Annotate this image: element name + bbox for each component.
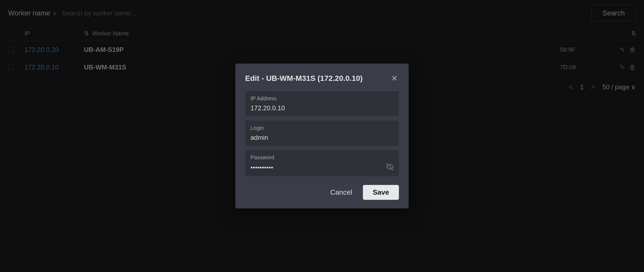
edit-modal: Edit - UB-WM-M31S (172.20.0.10) ✕ IP Add…	[235, 64, 409, 208]
cancel-button[interactable]: Cancel	[325, 185, 357, 200]
login-label: Login	[251, 125, 393, 131]
password-input[interactable]	[251, 164, 383, 171]
login-field: Login	[245, 121, 399, 146]
modal-title: Edit - UB-WM-M31S (172.20.0.10)	[245, 74, 363, 83]
ip-address-field: IP Address	[245, 91, 399, 116]
modal-header: Edit - UB-WM-M31S (172.20.0.10) ✕	[245, 73, 399, 84]
login-input[interactable]	[251, 134, 393, 141]
modal-close-button[interactable]: ✕	[390, 73, 399, 84]
password-field: Password	[245, 150, 399, 176]
save-button[interactable]: Save	[363, 185, 399, 200]
modal-footer: Cancel Save	[245, 185, 399, 200]
ip-address-input[interactable]	[251, 104, 393, 112]
toggle-password-icon[interactable]	[386, 163, 393, 172]
password-label: Password	[251, 154, 393, 161]
modal-overlay: Edit - UB-WM-M31S (172.20.0.10) ✕ IP Add…	[0, 0, 644, 272]
ip-address-label: IP Address	[251, 95, 393, 102]
password-wrapper	[251, 163, 393, 172]
